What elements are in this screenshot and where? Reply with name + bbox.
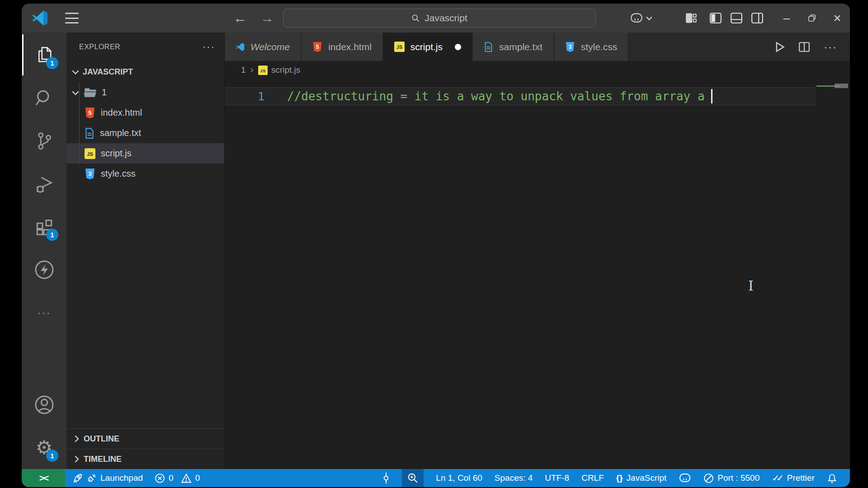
scrollbar-thumb[interactable] xyxy=(835,84,848,88)
tab-script-js[interactable]: JS script.js xyxy=(383,33,473,61)
text-file-icon xyxy=(85,127,94,139)
breadcrumb-separator-icon: › xyxy=(250,64,254,76)
activity-more-icon[interactable]: ··· xyxy=(22,291,66,334)
minimap[interactable] xyxy=(816,82,844,469)
rocket-icon xyxy=(72,473,83,483)
menu-icon[interactable] xyxy=(65,13,79,23)
activity-run-debug[interactable] xyxy=(22,162,66,205)
outline-label: OUTLINE xyxy=(84,434,119,444)
tab-index-html[interactable]: 5 index.html xyxy=(302,33,383,61)
folder-row[interactable]: 1 xyxy=(66,82,224,103)
code-editor[interactable]: 1 //destructuring = it is a way to unpac… xyxy=(225,79,850,469)
more-actions-icon[interactable]: ··· xyxy=(824,41,837,53)
outline-section[interactable]: OUTLINE xyxy=(66,428,224,449)
error-count: 0 xyxy=(169,473,174,483)
breadcrumb-file[interactable]: JS script.js xyxy=(258,65,300,75)
workspace-section[interactable]: JAVASCRIPT xyxy=(66,61,224,82)
notifications-item[interactable] xyxy=(827,473,837,483)
language-item[interactable]: {} JavaScript xyxy=(616,473,667,483)
split-editor-button[interactable] xyxy=(798,42,810,52)
eol-item[interactable]: CRLF xyxy=(581,473,604,483)
bell-icon xyxy=(827,473,837,483)
toggle-primary-sidebar-icon[interactable] xyxy=(705,4,726,33)
line-col-item[interactable]: Ln 1, Col 60 xyxy=(436,473,482,483)
title-bar: ← → Javascript xyxy=(22,4,850,33)
folder-label: 1 xyxy=(102,87,107,98)
unsaved-dot-icon[interactable] xyxy=(455,44,461,50)
run-debug-icon xyxy=(34,174,54,194)
html-file-icon: 5 xyxy=(312,42,322,52)
tab-style-css[interactable]: 3 style.css xyxy=(554,33,629,61)
restore-button[interactable] xyxy=(799,4,825,33)
tab-label: index.html xyxy=(328,42,372,52)
svg-text:5: 5 xyxy=(88,109,91,116)
breadcrumb-folder[interactable]: 1 xyxy=(241,65,246,75)
activity-search[interactable] xyxy=(22,76,66,119)
chevron-down-icon xyxy=(72,90,79,95)
tab-label: sample.txt xyxy=(499,42,542,52)
zoom-item[interactable] xyxy=(402,469,424,487)
svg-text:JS: JS xyxy=(396,44,402,50)
status-right: Ln 1, Col 60 Spaces: 4 UTF-8 CRLF {} Jav… xyxy=(382,469,850,487)
activity-account[interactable] xyxy=(22,383,66,426)
screencast-item[interactable] xyxy=(382,472,390,484)
sidebar-empty-space xyxy=(66,184,224,428)
activity-settings[interactable]: ⚙ 1 xyxy=(22,426,66,469)
indentation-item[interactable]: Spaces: 4 xyxy=(495,473,533,483)
timeline-section[interactable]: TIMELINE xyxy=(66,449,224,469)
forward-arrow-icon[interactable]: → xyxy=(260,4,274,33)
remote-indicator[interactable]: >< xyxy=(22,469,65,487)
error-icon xyxy=(155,473,165,483)
main-area: 1 xyxy=(22,33,850,469)
file-label: index.html xyxy=(101,108,142,118)
activity-explorer[interactable]: 1 xyxy=(22,33,66,76)
tab-sample-txt[interactable]: sample.txt xyxy=(473,33,554,61)
code-text: //destructuring = it is a way to unpack … xyxy=(264,89,705,103)
split-editor-icon xyxy=(798,42,810,52)
breadcrumb-file-label: script.js xyxy=(271,65,300,75)
spaces-label: Spaces: 4 xyxy=(495,473,533,483)
toggle-panel-icon[interactable] xyxy=(726,4,747,33)
eol-label: CRLF xyxy=(581,473,604,483)
activity-extensions[interactable]: 1 xyxy=(22,205,66,248)
chevron-down-icon xyxy=(646,16,652,20)
copilot-icon[interactable] xyxy=(627,4,655,33)
chevron-down-icon xyxy=(72,69,79,75)
warning-count: 0 xyxy=(195,473,200,483)
problems-item[interactable]: 0 0 xyxy=(155,473,200,483)
file-row-sample-txt[interactable]: sample.txt xyxy=(66,123,224,143)
prettier-item[interactable]: ✓✓ Prettier xyxy=(772,473,815,483)
back-arrow-icon[interactable]: ← xyxy=(233,4,247,33)
search-value: Javascript xyxy=(425,13,467,23)
explorer-title: EXPLORER xyxy=(79,43,120,51)
port-item[interactable]: Port : 5500 xyxy=(703,473,760,483)
plug-icon xyxy=(87,473,97,483)
tab-label: script.js xyxy=(410,42,443,52)
indent-guide xyxy=(79,82,80,164)
zoom-in-icon xyxy=(407,473,418,483)
encoding-item[interactable]: UTF-8 xyxy=(545,473,569,483)
command-center-search[interactable]: Javascript xyxy=(283,9,596,28)
activity-thunder-client[interactable] xyxy=(22,248,66,291)
file-row-style-css[interactable]: 3 style.css xyxy=(66,164,224,184)
css-file-icon: 3 xyxy=(85,168,95,180)
tab-welcome[interactable]: Welcome xyxy=(225,33,302,61)
current-line[interactable]: 1 //destructuring = it is a way to unpac… xyxy=(225,87,816,105)
file-row-index-html[interactable]: 5 index.html xyxy=(66,103,224,123)
explorer-header: EXPLORER ··· xyxy=(66,33,224,61)
copilot-status-item[interactable] xyxy=(679,473,691,483)
svg-text:JS: JS xyxy=(87,151,93,157)
search-icon xyxy=(411,14,420,23)
activity-source-control[interactable] xyxy=(22,119,66,162)
tab-bar: Welcome 5 index.html JS script.js sample… xyxy=(225,33,850,61)
close-button[interactable]: × xyxy=(825,4,850,33)
chevron-right-icon xyxy=(74,455,79,463)
minimize-button[interactable]: – xyxy=(774,4,799,33)
run-button[interactable] xyxy=(775,42,785,52)
explorer-more-icon[interactable]: ··· xyxy=(203,41,215,53)
toggle-secondary-sidebar-icon[interactable] xyxy=(747,4,768,33)
file-row-script-js[interactable]: JS script.js xyxy=(66,143,224,164)
customize-layout-icon[interactable] xyxy=(681,4,702,33)
launchpad-item[interactable]: Launchpad xyxy=(72,473,143,483)
vscode-window: ← → Javascript xyxy=(22,4,850,487)
